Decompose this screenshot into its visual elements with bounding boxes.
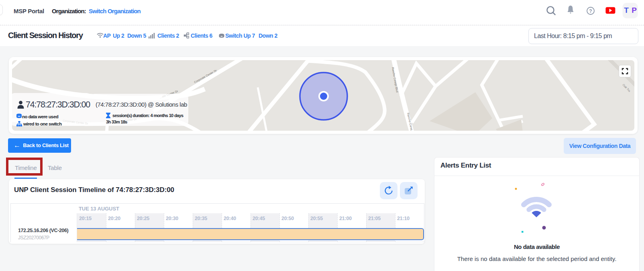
svg-text:T: T	[624, 6, 629, 14]
svg-text:?: ?	[589, 8, 592, 14]
svg-text:P: P	[632, 6, 637, 14]
